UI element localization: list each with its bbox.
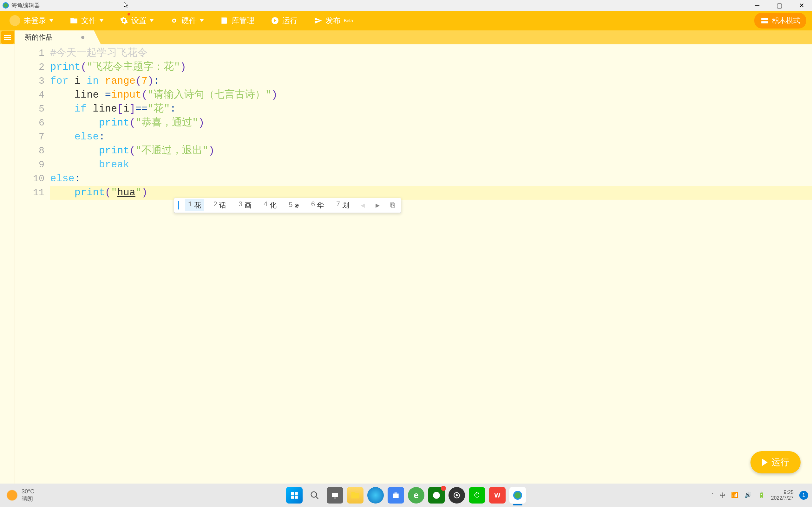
settings-label: 设置	[131, 15, 147, 26]
ime-candidate-bar[interactable]: 1 花 2 话 3 画 4 化 5 ❀	[174, 198, 401, 213]
svg-rect-5	[291, 492, 294, 495]
maximize-button[interactable]: ▢	[771, 1, 787, 10]
xbox-icon[interactable]	[428, 487, 445, 504]
weather-desc: 晴朗	[21, 495, 34, 503]
ime-next-button[interactable]: ▶	[373, 201, 382, 210]
run-button[interactable]: 运行	[267, 14, 301, 27]
library-button[interactable]: 库管理	[216, 14, 258, 27]
play-icon	[271, 16, 279, 25]
minimize-button[interactable]: ─	[749, 1, 765, 10]
svg-point-15	[456, 494, 458, 497]
chevron-down-icon	[100, 19, 103, 22]
file-menu[interactable]: 文件	[66, 14, 107, 27]
hardware-label: 硬件	[182, 15, 197, 26]
tabbar: 新的作品	[0, 31, 812, 44]
beta-badge: Beta	[344, 18, 353, 23]
clock[interactable]: 9:25 2022/7/27	[771, 490, 794, 501]
hamburger-icon	[4, 35, 11, 40]
notif-count: 1	[803, 493, 805, 498]
chip-icon	[170, 16, 178, 25]
svg-rect-7	[291, 496, 294, 499]
360-browser-icon[interactable]: e	[408, 487, 424, 504]
tray-overflow-button[interactable]: ˄	[711, 493, 714, 498]
task-view-button[interactable]	[327, 487, 343, 504]
sidebar-toggle-button[interactable]	[1, 31, 14, 44]
run-label: 运行	[282, 15, 298, 26]
window-title: 海龟编辑器	[11, 2, 749, 9]
obs-icon[interactable]	[449, 487, 465, 504]
svg-rect-6	[295, 492, 298, 495]
battery-icon[interactable]	[758, 492, 765, 499]
dirty-indicator-icon	[81, 36, 84, 39]
weather-widget[interactable]: 30°C 晴朗	[0, 488, 41, 503]
titlebar: 海龟编辑器 ─ ▢ ✕	[0, 0, 812, 11]
wifi-icon[interactable]	[731, 492, 739, 499]
ime-prev-button[interactable]: ◀	[358, 201, 367, 210]
editor-wrapper: 1234567891011 #今天一起学习飞花令 print("飞花令主题字：花…	[0, 44, 812, 484]
tab-label: 新的作品	[25, 33, 53, 42]
speaker-icon[interactable]	[745, 492, 752, 499]
start-button[interactable]	[286, 487, 303, 504]
library-label: 库管理	[232, 15, 254, 26]
publish-label: 发布	[325, 15, 341, 26]
toolbar: 未登录 文件 设置 硬件 库管理 运行	[0, 11, 812, 31]
svg-rect-12	[334, 498, 336, 498]
ime-candidate-6[interactable]: 6 华	[308, 199, 327, 211]
line-app-icon[interactable]: ⏱	[469, 487, 485, 504]
notification-button[interactable]: 1	[799, 491, 808, 500]
book-icon	[220, 16, 229, 25]
ime-candidate-5[interactable]: 5 ❀	[286, 200, 302, 211]
edge-browser-icon[interactable]	[367, 487, 384, 504]
file-label: 文件	[81, 15, 96, 26]
play-icon	[762, 458, 768, 466]
close-button[interactable]: ✕	[794, 1, 809, 10]
tab-document[interactable]: 新的作品	[15, 31, 94, 44]
system-tray: ˄ 中 9:25 2022/7/27 1	[711, 490, 812, 501]
run-floating-button[interactable]: 运行	[751, 451, 801, 473]
publish-button[interactable]: 发布Beta	[310, 14, 357, 27]
svg-point-9	[311, 492, 317, 498]
microsoft-store-icon[interactable]	[388, 487, 404, 504]
ime-cursor-icon	[178, 201, 179, 210]
ime-candidate-3[interactable]: 3 画	[235, 199, 254, 211]
hardware-menu[interactable]: 硬件	[166, 14, 207, 27]
sun-icon	[6, 490, 18, 501]
svg-point-1	[173, 20, 175, 22]
turtle-editor-taskbar-icon[interactable]	[509, 487, 526, 504]
ime-candidate-1[interactable]: 1 花	[185, 199, 204, 211]
code-editor[interactable]: 1234567891011 #今天一起学习飞花令 print("飞花令主题字：花…	[15, 44, 812, 484]
login-menu[interactable]: 未登录	[6, 13, 57, 28]
blocks-icon	[761, 16, 769, 25]
ime-toolbox-button[interactable]: ⎘	[388, 202, 397, 210]
taskbar-pinned-apps: e ⏱ W	[286, 487, 526, 504]
wps-icon[interactable]: W	[489, 487, 506, 504]
ime-candidate-2[interactable]: 2 话	[210, 199, 229, 211]
clock-time: 9:25	[771, 490, 794, 495]
ime-candidate-7[interactable]: 7 划	[333, 199, 352, 211]
chevron-down-icon	[200, 19, 204, 22]
clock-date: 2022/7/27	[771, 495, 794, 501]
file-explorer-icon[interactable]	[347, 487, 363, 504]
line-numbers: 1234567891011	[15, 44, 50, 484]
ime-composition: hua	[117, 187, 136, 199]
app-icon	[3, 2, 9, 9]
avatar-icon	[9, 15, 20, 26]
svg-rect-11	[332, 493, 338, 497]
code-content[interactable]: #今天一起学习飞花令 print("飞花令主题字：花") for i in ra…	[50, 44, 812, 484]
chevron-down-icon	[49, 19, 53, 22]
svg-point-13	[433, 492, 440, 499]
weather-temp: 30°C	[21, 488, 34, 495]
ime-candidate-4[interactable]: 4 化	[260, 199, 280, 211]
login-label: 未登录	[23, 15, 46, 26]
settings-menu[interactable]: 设置	[116, 14, 157, 27]
run-float-label: 运行	[771, 456, 789, 468]
svg-rect-3	[761, 18, 768, 20]
block-mode-button[interactable]: 积木模式	[754, 13, 806, 29]
gear-icon	[120, 16, 128, 25]
send-icon	[314, 16, 322, 25]
ime-language-indicator[interactable]: 中	[720, 492, 725, 499]
editor-gutter	[0, 44, 15, 484]
block-mode-label: 积木模式	[772, 16, 800, 25]
folder-icon	[70, 16, 78, 25]
search-button[interactable]	[306, 487, 323, 504]
